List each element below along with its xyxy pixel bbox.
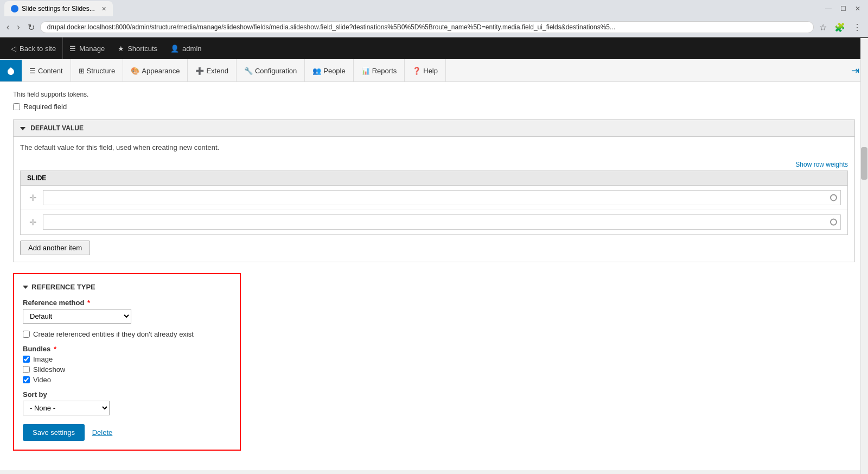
extensions-button[interactable]: 🧩 [832, 21, 847, 34]
reference-type-title: REFERENCE TYPE [31, 283, 95, 291]
content-icon: ☰ [29, 67, 36, 75]
extend-label: Extend [206, 67, 228, 75]
create-referenced-group: Create referenced entities if they don't… [23, 330, 231, 338]
nav-item-structure[interactable]: ⊞ Structure [71, 59, 124, 81]
sidebar-toggle[interactable]: ⇥ [851, 65, 859, 76]
address-bar[interactable] [40, 21, 814, 33]
manage-link[interactable]: ☰ Manage [63, 37, 111, 59]
create-referenced-checkbox[interactable] [23, 331, 30, 338]
browser-tab[interactable]: Slide settings for Slides... ✕ [4, 1, 113, 16]
bundles-group: Bundles * Image Slideshow Video [23, 345, 231, 384]
reference-method-group: Reference method * Default [23, 299, 231, 324]
nav-item-configuration[interactable]: 🔧 Configuration [237, 59, 305, 81]
page-content: This field supports tokens. Required fie… [0, 82, 868, 470]
delete-button[interactable]: Delete [92, 428, 113, 437]
slide-table-header: SLIDE [21, 171, 847, 186]
appearance-icon: 🎨 [131, 67, 139, 75]
back-button[interactable]: ‹ [4, 21, 11, 33]
forward-button[interactable]: › [15, 21, 22, 33]
star-icon: ★ [118, 45, 124, 53]
window-close[interactable]: ✕ [852, 4, 864, 14]
slide-input-2[interactable] [48, 216, 836, 229]
bundle-slideshow-checkbox[interactable] [23, 366, 30, 373]
bundle-image-label: Image [23, 355, 231, 363]
add-another-item-button[interactable]: Add another item [20, 241, 90, 255]
nav-item-content[interactable]: ☰ Content [22, 59, 71, 81]
bundle-video-text: Video [33, 376, 51, 384]
default-value-triangle [20, 127, 25, 130]
sort-by-group: Sort by - None - [23, 390, 231, 415]
tab-close-button[interactable]: ✕ [101, 5, 106, 12]
scrollbar-thumb[interactable] [861, 147, 867, 180]
content-label: Content [38, 67, 63, 75]
reports-label: Reports [372, 67, 397, 75]
back-to-site-label: Back to site [20, 45, 56, 53]
save-settings-button[interactable]: Save settings [23, 424, 85, 441]
people-label: People [323, 67, 345, 75]
slide-header-text: SLIDE [27, 174, 46, 182]
manage-icon: ☰ [69, 45, 76, 53]
scrollbar-track[interactable] [860, 38, 868, 470]
manage-label: Manage [79, 45, 105, 53]
nav-item-help[interactable]: ❓ Help [405, 59, 446, 81]
drag-handle-1[interactable]: ✛ [27, 193, 39, 203]
menu-button[interactable]: ⋮ [851, 21, 864, 34]
save-settings-label: Save settings [33, 428, 75, 437]
structure-label: Structure [87, 67, 116, 75]
reference-method-label: Reference method * [23, 299, 231, 307]
autocomplete-icon-1 [830, 194, 837, 201]
window-maximize[interactable]: ☐ [837, 4, 850, 14]
sort-by-select[interactable]: - None - [23, 401, 110, 415]
slide-row-1: ✛ [21, 186, 847, 210]
back-arrow-icon: ◁ [11, 45, 16, 53]
nav-item-people[interactable]: 👥 People [305, 59, 353, 81]
shortcuts-link[interactable]: ★ Shortcuts [111, 37, 164, 59]
slide-input-wrapper-2 [43, 214, 841, 230]
reference-type-triangle [23, 286, 28, 289]
required-field-text: Required field [23, 103, 67, 111]
required-field-checkbox[interactable] [13, 103, 20, 110]
admin-user-link[interactable]: 👤 admin [164, 37, 208, 59]
user-icon: 👤 [170, 45, 179, 53]
required-star-2: * [54, 345, 56, 353]
help-label: Help [423, 67, 438, 75]
slide-input-1[interactable] [48, 192, 836, 204]
nav-item-reports[interactable]: 📊 Reports [354, 59, 405, 81]
browser-chrome: Slide settings for Slides... ✕ — ☐ ✕ ‹ ›… [0, 0, 868, 37]
slide-row-2: ✛ [21, 210, 847, 235]
bundle-video-checkbox[interactable] [23, 376, 30, 383]
required-star-1: * [87, 299, 90, 307]
configuration-icon: 🔧 [244, 67, 253, 75]
default-value-title: DEFAULT VALUE [30, 124, 84, 132]
nav-item-extend[interactable]: ➕ Extend [188, 59, 236, 81]
drag-handle-2[interactable]: ✛ [27, 217, 39, 227]
drupal-logo [0, 60, 22, 81]
reference-method-select[interactable]: Default [23, 309, 131, 324]
reload-button[interactable]: ↻ [25, 21, 37, 34]
bundle-slideshow-text: Slideshow [33, 365, 65, 374]
browser-titlebar: Slide settings for Slides... ✕ — ☐ ✕ [0, 0, 868, 17]
default-value-body: The default value for this field, used w… [14, 137, 854, 262]
autocomplete-icon-2 [830, 219, 837, 226]
admin-toolbar: ◁ Back to site ☰ Manage ★ Shortcuts 👤 ad… [0, 37, 868, 59]
bookmark-button[interactable]: ☆ [817, 21, 829, 34]
nav-item-appearance[interactable]: 🎨 Appearance [123, 59, 188, 81]
bundle-image-checkbox[interactable] [23, 356, 30, 363]
structure-icon: ⊞ [79, 67, 85, 75]
tab-title: Slide settings for Slides... [22, 5, 95, 12]
help-icon: ❓ [412, 67, 421, 75]
reference-type-header: REFERENCE TYPE [23, 283, 231, 291]
main-navigation: ☰ Content ⊞ Structure 🎨 Appearance ➕ Ext… [0, 59, 868, 82]
back-to-site-link[interactable]: ◁ Back to site [4, 37, 63, 59]
window-minimize[interactable]: — [822, 4, 835, 14]
create-referenced-label: Create referenced entities if they don't… [23, 330, 231, 338]
default-value-desc: The default value for this field, used w… [20, 143, 848, 151]
add-another-label: Add another item [28, 244, 82, 252]
default-value-header: DEFAULT VALUE [14, 120, 854, 137]
tab-favicon [11, 5, 18, 12]
main-nav-list: ☰ Content ⊞ Structure 🎨 Appearance ➕ Ext… [22, 59, 446, 81]
bundles-label: Bundles * [23, 345, 231, 353]
reports-icon: 📊 [361, 67, 370, 75]
required-field-label: Required field [13, 103, 855, 111]
show-row-weights-link[interactable]: Show row weights [795, 161, 848, 168]
